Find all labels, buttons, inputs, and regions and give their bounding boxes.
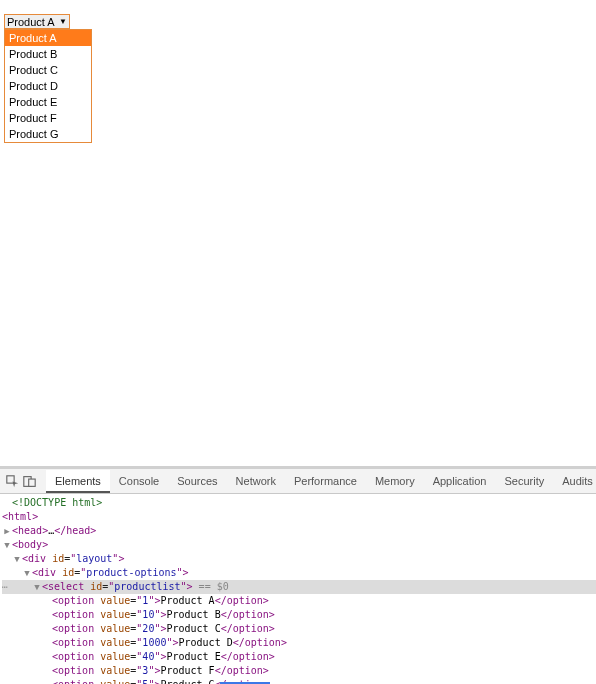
tab-sources[interactable]: Sources	[168, 470, 226, 492]
tab-performance[interactable]: Performance	[285, 470, 366, 492]
inspect-element-icon[interactable]	[6, 474, 19, 489]
devtools-tabbar: Elements Console Sources Network Perform…	[0, 469, 596, 494]
dom-body-open[interactable]: ▼<body>	[2, 538, 596, 552]
tab-console[interactable]: Console	[110, 470, 168, 492]
dom-option[interactable]: <option value="5">Product G</option>	[2, 678, 596, 684]
dom-html-open[interactable]: <html>	[2, 510, 596, 524]
dom-option[interactable]: <option value="20">Product C</option>	[2, 622, 596, 636]
dom-option[interactable]: <option value="10">Product B</option>	[2, 608, 596, 622]
dropdown-option[interactable]: Product A	[5, 30, 91, 46]
product-select-value: Product A	[7, 16, 55, 28]
dom-div-product-options[interactable]: ▼<div id="product-options">	[2, 566, 596, 580]
page-top-edge	[0, 0, 596, 2]
devtools-panel: Elements Console Sources Network Perform…	[0, 469, 596, 684]
dropdown-option[interactable]: Product B	[5, 46, 91, 62]
tab-security[interactable]: Security	[495, 470, 553, 492]
dropdown-option[interactable]: Product C	[5, 62, 91, 78]
tab-application[interactable]: Application	[424, 470, 496, 492]
dom-doctype[interactable]: <!DOCTYPE html>	[2, 496, 596, 510]
product-select-dropdown[interactable]: Product A Product B Product C Product D …	[4, 29, 92, 143]
dropdown-option[interactable]: Product G	[5, 126, 91, 142]
tab-elements[interactable]: Elements	[46, 470, 110, 493]
dom-select[interactable]: ⋯▼<select id="productlist"> == $0	[2, 580, 596, 594]
dropdown-option[interactable]: Product D	[5, 78, 91, 94]
dom-option[interactable]: <option value="3">Product F</option>	[2, 664, 596, 678]
dom-head[interactable]: ▶<head>…</head>	[2, 524, 596, 538]
chevron-down-icon: ▼	[59, 18, 67, 26]
dom-div-layout[interactable]: ▼<div id="layout">	[2, 552, 596, 566]
elements-dom-tree[interactable]: <!DOCTYPE html> <html> ▶<head>…</head> ▼…	[0, 494, 596, 684]
dom-option[interactable]: <option value="40">Product E</option>	[2, 650, 596, 664]
tab-network[interactable]: Network	[227, 470, 285, 492]
page-area: Product A ▼ Product A Product B Product …	[0, 0, 596, 469]
dom-option[interactable]: <option value="1000">Product D</option>	[2, 636, 596, 650]
svg-rect-2	[29, 479, 36, 486]
dropdown-option[interactable]: Product F	[5, 110, 91, 126]
product-select[interactable]: Product A ▼	[4, 14, 70, 29]
tab-memory[interactable]: Memory	[366, 470, 424, 492]
dom-option[interactable]: <option value="1">Product A</option>	[2, 594, 596, 608]
tab-audits[interactable]: Audits	[553, 470, 596, 492]
device-toolbar-icon[interactable]	[23, 474, 36, 489]
dropdown-option[interactable]: Product E	[5, 94, 91, 110]
